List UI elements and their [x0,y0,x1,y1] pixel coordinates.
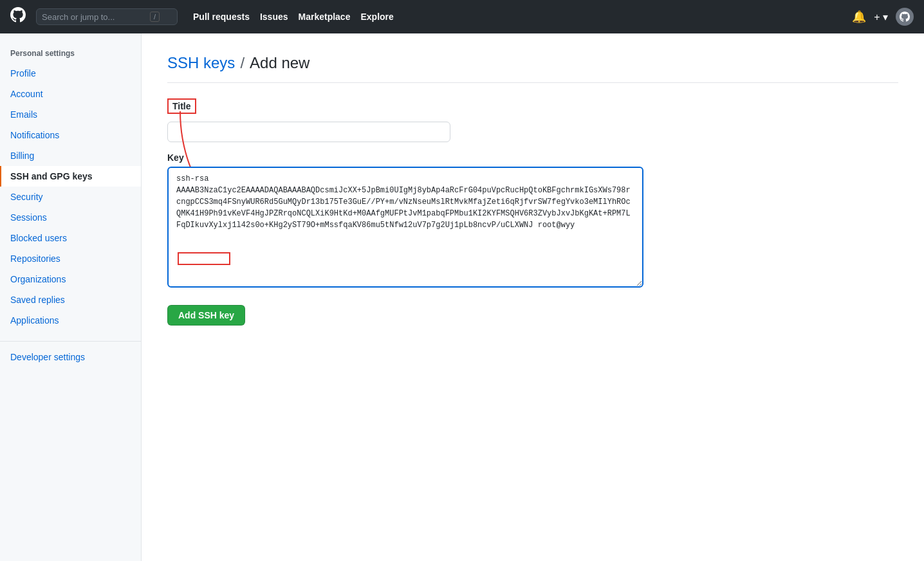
key-form-group: Key ssh-rsa AAAAB3NzaC1yc2EAAAADAQABAAAB… [167,152,898,290]
bell-icon[interactable]: 🔔 [852,10,866,24]
sidebar-heading: Personal settings [0,44,141,63]
sidebar-item-organizations[interactable]: Organizations [0,269,141,290]
sidebar-item-ssh-gpg[interactable]: SSH and GPG keys [0,166,141,187]
title-label: Title [167,98,196,114]
sidebar-item-developer-settings[interactable]: Developer settings [0,347,141,367]
main-content: SSH keys / Add new Title [142,33,924,561]
title-input[interactable] [167,122,450,142]
breadcrumb-current: Add new [250,54,310,72]
sidebar-item-blocked-users[interactable]: Blocked users [0,228,141,248]
page-title: SSH keys / Add new [167,54,898,83]
nav-issues[interactable]: Issues [260,12,288,22]
navbar: / Pull requests Issues Marketplace Explo… [0,0,924,33]
nav-explore[interactable]: Explore [360,12,393,22]
key-label: Key [167,152,898,163]
sidebar-item-account[interactable]: Account [0,84,141,104]
avatar[interactable] [896,8,914,26]
breadcrumb-separator: / [240,54,245,72]
search-input[interactable] [42,12,145,22]
github-logo-icon[interactable] [10,7,26,26]
search-box[interactable]: / [36,8,178,25]
nav-user-actions: 🔔 + ▾ [852,8,914,26]
sidebar-item-sessions[interactable]: Sessions [0,207,141,228]
slash-key-badge: / [150,12,160,22]
nav-links: Pull requests Issues Marketplace Explore [193,12,394,22]
sidebar-item-saved-replies[interactable]: Saved replies [0,290,141,310]
sidebar-item-billing[interactable]: Billing [0,145,141,166]
sidebar-item-applications[interactable]: Applications [0,310,141,331]
add-ssh-key-button[interactable]: Add SSH key [167,305,245,326]
sidebar-item-repositories[interactable]: Repositories [0,248,141,269]
key-textarea[interactable]: ssh-rsa AAAAB3NzaC1yc2EAAAADAQABAAABAQDc… [167,167,643,288]
sidebar-item-emails[interactable]: Emails [0,104,141,125]
sidebar-item-notifications[interactable]: Notifications [0,125,141,145]
sidebar-item-security[interactable]: Security [0,187,141,207]
title-form-group: Title [167,98,898,142]
sidebar: Personal settings Profile Account Emails… [0,33,142,561]
sidebar-item-profile[interactable]: Profile [0,63,141,84]
nav-marketplace[interactable]: Marketplace [299,12,351,22]
create-new-button[interactable]: + ▾ [874,11,888,23]
nav-pull-requests[interactable]: Pull requests [193,12,250,22]
page-body: Personal settings Profile Account Emails… [0,33,924,561]
sidebar-developer-section: Developer settings [0,341,141,367]
breadcrumb-link[interactable]: SSH keys [167,54,235,72]
